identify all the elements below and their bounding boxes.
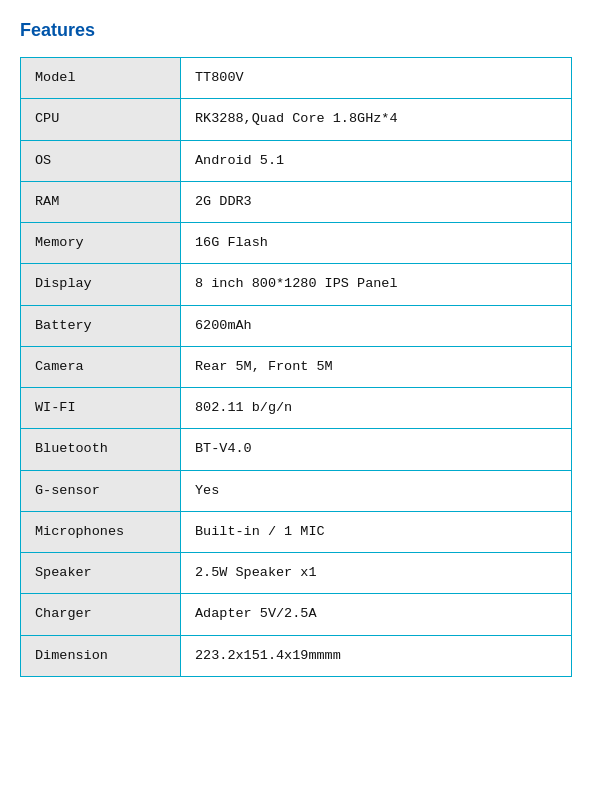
table-row: ChargerAdapter 5V/2.5A	[21, 594, 572, 635]
table-row: RAM2G DDR3	[21, 181, 572, 222]
table-row: Battery6200mAh	[21, 305, 572, 346]
row-value: BT-V4.0	[181, 429, 572, 470]
table-row: Dimension223.2x151.4x19mmmm	[21, 635, 572, 676]
table-row: G-sensorYes	[21, 470, 572, 511]
row-value: 223.2x151.4x19mmmm	[181, 635, 572, 676]
row-label: Charger	[21, 594, 181, 635]
row-value: 2.5W Speaker x1	[181, 553, 572, 594]
row-value: 802.11 b/g/n	[181, 388, 572, 429]
row-value: Adapter 5V/2.5A	[181, 594, 572, 635]
row-value: RK3288,Quad Core 1.8GHz*4	[181, 99, 572, 140]
table-row: WI-FI802.11 b/g/n	[21, 388, 572, 429]
row-value: 8 inch 800*1280 IPS Panel	[181, 264, 572, 305]
table-row: MicrophonesBuilt-in / 1 MIC	[21, 511, 572, 552]
row-label: Battery	[21, 305, 181, 346]
table-row: CameraRear 5M, Front 5M	[21, 346, 572, 387]
row-value: 2G DDR3	[181, 181, 572, 222]
row-label: WI-FI	[21, 388, 181, 429]
row-label: Microphones	[21, 511, 181, 552]
row-label: RAM	[21, 181, 181, 222]
row-label: Camera	[21, 346, 181, 387]
table-row: CPURK3288,Quad Core 1.8GHz*4	[21, 99, 572, 140]
row-value: TT800V	[181, 58, 572, 99]
row-label: G-sensor	[21, 470, 181, 511]
features-table: ModelTT800VCPURK3288,Quad Core 1.8GHz*4O…	[20, 57, 572, 677]
table-row: Speaker2.5W Speaker x1	[21, 553, 572, 594]
row-value: Rear 5M, Front 5M	[181, 346, 572, 387]
row-label: OS	[21, 140, 181, 181]
page-title: Features	[20, 20, 572, 41]
table-row: BluetoothBT-V4.0	[21, 429, 572, 470]
row-label: Memory	[21, 223, 181, 264]
row-value: 6200mAh	[181, 305, 572, 346]
row-label: Model	[21, 58, 181, 99]
row-label: Display	[21, 264, 181, 305]
table-row: OSAndroid 5.1	[21, 140, 572, 181]
row-label: Dimension	[21, 635, 181, 676]
row-label: Speaker	[21, 553, 181, 594]
table-row: ModelTT800V	[21, 58, 572, 99]
row-value: Built-in / 1 MIC	[181, 511, 572, 552]
row-label: CPU	[21, 99, 181, 140]
row-value: 16G Flash	[181, 223, 572, 264]
row-value: Yes	[181, 470, 572, 511]
row-value: Android 5.1	[181, 140, 572, 181]
row-label: Bluetooth	[21, 429, 181, 470]
table-row: Display8 inch 800*1280 IPS Panel	[21, 264, 572, 305]
table-row: Memory16G Flash	[21, 223, 572, 264]
